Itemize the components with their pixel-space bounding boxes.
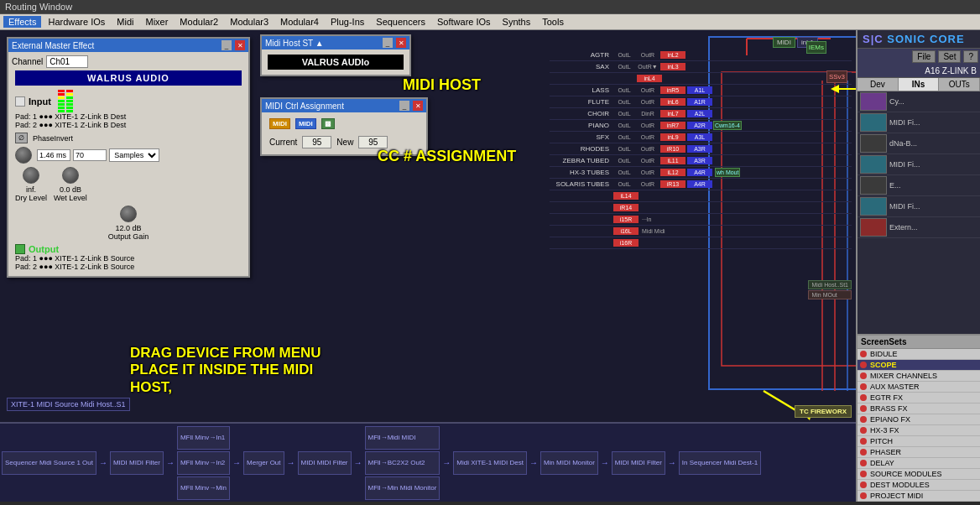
wet-level-knob[interactable]: [62, 167, 79, 184]
output-gain-knob[interactable]: [120, 206, 137, 222]
screenset-aux[interactable]: AUX MASTER: [858, 382, 980, 393]
dry-level-knob[interactable]: [23, 167, 39, 184]
menu-software-ios[interactable]: Software IOs: [432, 16, 496, 28]
delay-knob[interactable]: [15, 147, 32, 164]
ext-master-content: Channel WALRUS AUDIO Input: [8, 52, 248, 276]
channel-list: MIDI inL1 AGTR OutL OutR inL2 SAX OutL O…: [550, 37, 852, 249]
screenset-label-dest: DEST MODULES: [870, 481, 977, 489]
input-label: Input: [29, 96, 51, 107]
matrix-row-lass: LASS OutL OutR inR5 A1L: [550, 85, 852, 96]
midi-icon2: MIDI: [295, 118, 316, 129]
dev-tab-dev[interactable]: Dev: [858, 78, 899, 91]
samples-input[interactable]: [73, 149, 107, 161]
menu-plugins[interactable]: Plug-Ins: [326, 16, 369, 28]
screenset-dot-source: [860, 471, 867, 477]
device-thumb-7: [860, 218, 887, 237]
seq-mf2-min: MFll→Min Midi Monitor: [365, 476, 440, 500]
ext-master-minimize[interactable]: _: [222, 40, 232, 50]
device-name-4: MIDI Fi...: [889, 160, 920, 169]
main-layout: External Master Effect _ ✕ Channel WALRU…: [0, 30, 980, 502]
screenset-bidule[interactable]: BIDULE: [858, 349, 980, 360]
matrix-row-15: iR14: [550, 202, 852, 214]
seq-module-1: Sequencer Midi Source 1 Out: [2, 451, 96, 475]
screenset-brass[interactable]: BRASS FX: [858, 403, 980, 414]
menu-midi[interactable]: Midi: [112, 16, 138, 28]
matrix-row-4: inL4: [550, 73, 852, 85]
screenset-label-epiano: EPIANO FX: [870, 415, 977, 424]
screenset-dot-epiano: [860, 416, 867, 423]
device-thumb-2: [860, 113, 887, 132]
channel-input[interactable]: [46, 55, 88, 68]
menu-modular2[interactable]: Modular2: [175, 16, 223, 28]
screenset-label-aux: AUX MASTER: [870, 383, 977, 391]
screenset-label-hx3: HX-3 FX: [870, 426, 977, 435]
screenset-delay[interactable]: DELAY: [858, 458, 980, 469]
matrix-row-i16r: i16R: [550, 237, 852, 249]
seq-midi-filter3: MIDI MIDI Filter: [612, 451, 665, 475]
screenset-project-midi[interactable]: PROJECT MIDI: [858, 491, 980, 502]
menu-tools[interactable]: Tools: [537, 16, 569, 28]
file-btn[interactable]: File: [912, 50, 936, 63]
help-btn[interactable]: ?: [963, 50, 978, 63]
midi-ctrl-titlebar[interactable]: MIDI Ctrl Assignment _ ✕: [262, 99, 426, 112]
current-label: Current: [269, 138, 297, 147]
seq-mf2-midi: MFll→Midi MIDI: [365, 426, 440, 450]
ext-master-window: External Master Effect _ ✕ Channel WALRU…: [7, 37, 250, 278]
screenset-mixer[interactable]: MIXER CHANNELS: [858, 371, 980, 382]
screenset-dot-delay: [860, 460, 867, 466]
arrow-5: →: [354, 458, 362, 467]
screenset-dot-pitch: [860, 438, 867, 445]
device-item-1: Cy...: [858, 91, 980, 112]
input-meter-right: [66, 90, 73, 112]
midi-host-close[interactable]: ✕: [396, 38, 406, 48]
dev-tab-ins[interactable]: INs: [899, 78, 940, 91]
screenset-scope[interactable]: SCOPE: [858, 360, 980, 371]
device-thumb-3: [860, 134, 887, 153]
midi-host-minimize[interactable]: _: [383, 38, 393, 48]
screenset-hx3[interactable]: HX-3 FX: [858, 425, 980, 436]
midi-host-titlebar[interactable]: Midi Host ST ▲ _ ✕: [262, 36, 409, 49]
menu-bar: Effects Hardware IOs Midi Mixer Modular2…: [0, 14, 980, 30]
phase-invert-btn[interactable]: ∅: [15, 133, 28, 143]
ext-master-close[interactable]: ✕: [235, 40, 245, 50]
screenset-label-egtr: EGTR FX: [870, 393, 977, 402]
device-list: Cy... MIDI Fi... dNa-B... MIDI Fi... E..…: [858, 91, 980, 334]
screenset-epiano[interactable]: EPIANO FX: [858, 414, 980, 425]
screenset-dest[interactable]: DEST MODULES: [858, 480, 980, 491]
samples-select[interactable]: Samples: [109, 148, 159, 162]
arrow-6: →: [442, 458, 451, 467]
screenset-egtr[interactable]: EGTR FX: [858, 393, 980, 403]
ext-master-titlebar[interactable]: External Master Effect _ ✕: [8, 39, 248, 52]
current-value[interactable]: [302, 136, 331, 148]
dev-tab-outs[interactable]: OUTs: [939, 78, 980, 91]
input-checkbox[interactable]: [15, 96, 25, 107]
menu-hardware-ios[interactable]: Hardware IOs: [43, 16, 110, 28]
new-value[interactable]: [358, 136, 388, 148]
menu-modular3[interactable]: Modular3: [225, 16, 274, 28]
midi-ctrl-window: MIDI Ctrl Assignment _ ✕ MIDI MIDI ▩ Cur…: [260, 97, 428, 156]
arrow-8: →: [601, 458, 609, 467]
delay-input[interactable]: [37, 149, 70, 161]
menu-synths[interactable]: Synths: [498, 16, 536, 28]
screenset-pitch[interactable]: PITCH: [858, 436, 980, 447]
set-btn[interactable]: Set: [938, 50, 961, 63]
midi-ctrl-minimize[interactable]: _: [399, 101, 409, 111]
midi-ctrl-close[interactable]: ✕: [413, 101, 423, 111]
sequencer-area: Sequencer Midi Source 1 Out → MIDI MIDI …: [0, 422, 856, 502]
menu-mixer[interactable]: Mixer: [140, 16, 173, 28]
menu-sequencers[interactable]: Sequencers: [371, 16, 430, 28]
sonic-buttons: File Set ?: [912, 50, 978, 63]
matrix-row-hx3: HX-3 TUBES OutL OutR iL12 A4R wh Mout: [550, 167, 852, 179]
output-checkbox[interactable]: [15, 244, 25, 254]
screenset-phaser[interactable]: PHASER: [858, 447, 980, 458]
seq-mf-in1: MFll Minv→In1: [177, 426, 230, 450]
seq-midi-monitor: Min MIDI Monitor: [540, 451, 598, 475]
title-bar: Routing Window: [0, 0, 980, 14]
device-item-7: Extern...: [858, 217, 980, 238]
screenset-source[interactable]: SOURCE MODULES: [858, 469, 980, 480]
iem-box: IEMs: [806, 41, 826, 54]
screenset-dot-project: [860, 492, 867, 499]
menu-modular4[interactable]: Modular4: [275, 16, 324, 28]
phase-invert-label: PhaseInvert: [33, 134, 73, 143]
menu-effects[interactable]: Effects: [3, 16, 41, 28]
